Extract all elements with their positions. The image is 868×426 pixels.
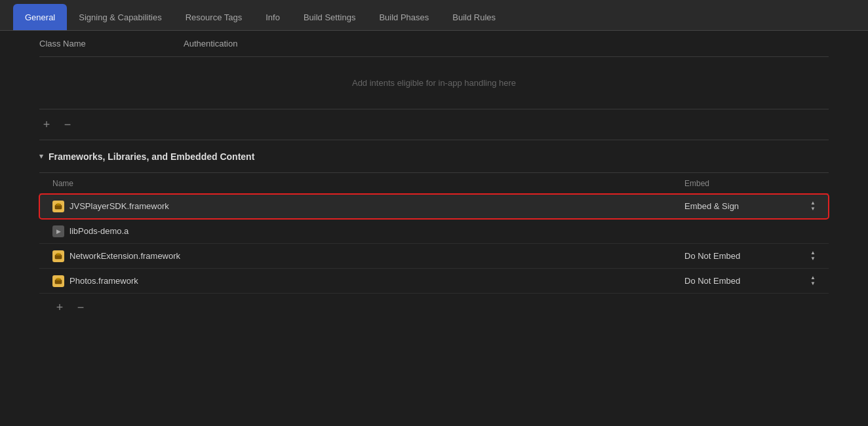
table-header: Name Embed bbox=[39, 173, 829, 194]
class-name-label: Class Name bbox=[39, 39, 184, 48]
section-header: ▾ Frameworks, Libraries, and Embedded Co… bbox=[39, 140, 829, 173]
frameworks-table: Name Embed JVSPlayerSDK.framework bbox=[39, 173, 829, 294]
row-name-jvs: JVSPlayerSDK.framework bbox=[52, 201, 684, 212]
intents-placeholder: Add intents eligible for in-app handling… bbox=[39, 57, 829, 109]
tab-build-phases[interactable]: Build Phases bbox=[367, 4, 441, 30]
framework-icon-network bbox=[52, 250, 64, 262]
table-row-network[interactable]: NetworkExtension.framework Do Not Embed … bbox=[39, 244, 829, 269]
embed-stepper-photos[interactable]: ▲ ▼ bbox=[810, 275, 816, 287]
table-row-libpods[interactable]: ▶ libPods-demo.a bbox=[39, 219, 829, 244]
svg-rect-8 bbox=[57, 278, 60, 279]
tab-info[interactable]: Info bbox=[254, 4, 292, 30]
framework-icon-jvs bbox=[52, 201, 64, 212]
tab-build-rules[interactable]: Build Rules bbox=[441, 4, 507, 30]
row-name-network: NetworkExtension.framework bbox=[52, 250, 684, 262]
tab-build-settings[interactable]: Build Settings bbox=[292, 4, 368, 30]
column-name-header: Name bbox=[52, 179, 684, 188]
chevron-down-icon[interactable]: ▾ bbox=[39, 152, 43, 161]
tab-bar: General Signing & Capabilities Resource … bbox=[0, 0, 868, 31]
row-name-libpods: ▶ libPods-demo.a bbox=[52, 225, 684, 237]
row-embed-network[interactable]: Do Not Embed ▲ ▼ bbox=[684, 250, 816, 262]
remove-intent-button[interactable]: − bbox=[60, 117, 75, 132]
framework-icon-photos bbox=[52, 275, 64, 287]
tab-resource-tags[interactable]: Resource Tags bbox=[174, 4, 254, 30]
svg-rect-5 bbox=[57, 253, 60, 254]
row-embed-jvs[interactable]: Embed & Sign ▲ ▼ bbox=[684, 201, 816, 212]
add-remove-row-top: + − bbox=[39, 109, 829, 140]
embed-stepper-network[interactable]: ▲ ▼ bbox=[810, 250, 816, 262]
column-embed-header: Embed bbox=[684, 179, 816, 188]
library-icon-libpods: ▶ bbox=[52, 225, 64, 237]
add-framework-button[interactable]: + bbox=[52, 300, 67, 315]
svg-rect-2 bbox=[57, 203, 60, 204]
frameworks-section: ▾ Frameworks, Libraries, and Embedded Co… bbox=[0, 140, 868, 321]
table-row-jvs[interactable]: JVSPlayerSDK.framework Embed & Sign ▲ ▼ bbox=[39, 194, 829, 219]
tab-signing[interactable]: Signing & Capabilities bbox=[67, 4, 173, 30]
class-name-row: Class Name Authentication bbox=[39, 31, 829, 57]
tab-general[interactable]: General bbox=[13, 4, 67, 30]
row-name-photos: Photos.framework bbox=[52, 275, 684, 287]
add-intent-button[interactable]: + bbox=[39, 117, 54, 132]
row-embed-photos[interactable]: Do Not Embed ▲ ▼ bbox=[684, 275, 816, 287]
content-area: Class Name Authentication Add intents el… bbox=[0, 31, 868, 426]
class-name-value: Authentication bbox=[184, 39, 237, 48]
embed-stepper-jvs[interactable]: ▲ ▼ bbox=[810, 201, 816, 212]
top-section: Class Name Authentication Add intents el… bbox=[0, 31, 868, 140]
add-remove-row-bottom: + − bbox=[39, 294, 829, 321]
remove-framework-button[interactable]: − bbox=[73, 300, 88, 315]
table-row-photos[interactable]: Photos.framework Do Not Embed ▲ ▼ bbox=[39, 269, 829, 294]
